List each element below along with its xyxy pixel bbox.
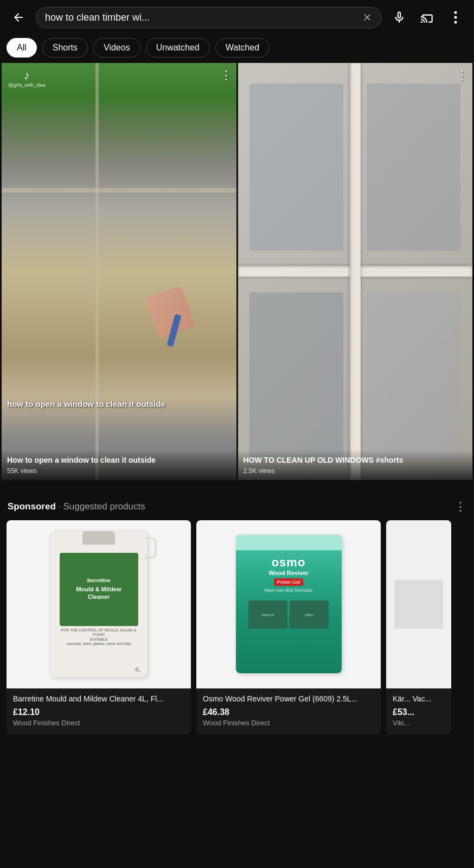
video-title-2: HOW TO CLEAN UP OLD WINDOWS #shorts <box>244 455 467 465</box>
product-title-2: Osmo Wood Reviver Power Gel (6609) 2.5L.… <box>203 694 374 705</box>
svg-point-2 <box>454 21 457 24</box>
bottle-illustration-1: Barrettine Mould & MildewCleaner FOR THE… <box>50 531 148 678</box>
product-price-3: £53... <box>393 707 445 717</box>
sponsored-more-button[interactable]: ⋮ <box>454 500 466 514</box>
after-box: after <box>290 601 329 629</box>
sponsored-label-area: Sponsored · Suggested products <box>8 501 145 512</box>
product-card-3-partial[interactable]: Kär... Vac... £53... Viki... <box>386 520 451 735</box>
osmo-sub-label: New non-drip formula! <box>244 588 334 593</box>
video-title-1: How to open a window to clean it outside <box>7 455 231 465</box>
sponsored-separator: · <box>58 501 61 512</box>
product-details-1: Barretine Mould and Mildew Cleaner 4L, F… <box>7 688 191 735</box>
filter-bar: All Shorts Videos Unwatched Watched <box>0 35 474 63</box>
svg-point-0 <box>454 11 457 14</box>
video-views-2: 2.5K views <box>244 467 467 475</box>
sponsored-label: Sponsored <box>8 501 56 512</box>
video-more-button-2[interactable]: ⋮ <box>456 68 468 82</box>
filter-chip-unwatched[interactable]: Unwatched <box>146 38 210 58</box>
video-thumbnail-1: ♪ @girls_with_idea ⋮ how to open a windo… <box>2 63 236 480</box>
video-info-1: How to open a window to clean it outside… <box>2 450 236 480</box>
osmo-badge-label: Power-Gel <box>274 578 304 586</box>
top-icons <box>387 5 467 29</box>
video-thumbnail-2: ⋮ HOW TO CLEAN UP OLD WINDOWS #shorts 2.… <box>238 63 473 480</box>
microphone-button[interactable] <box>387 5 411 29</box>
before-box: before <box>248 601 287 629</box>
sponsored-header: Sponsored · Suggested products ⋮ <box>0 495 474 520</box>
product-image-1: Barrettine Mould & MildewCleaner FOR THE… <box>7 520 191 688</box>
filter-chip-videos[interactable]: Videos <box>93 38 140 58</box>
product-details-3: Kär... Vac... £53... Viki... <box>386 688 451 735</box>
clear-button[interactable] <box>362 12 373 23</box>
video-card-2[interactable]: ⋮ HOW TO CLEAN UP OLD WINDOWS #shorts 2.… <box>238 63 473 480</box>
tiktok-badge: ♪ @girls_with_idea <box>8 69 46 88</box>
product-seller-3: Viki... <box>393 719 445 727</box>
search-box[interactable]: how to clean timber wi... <box>36 7 382 28</box>
product-seller-1: Wood Finishes Direct <box>13 719 184 727</box>
product-title-1: Barretine Mould and Mildew Cleaner 4L, F… <box>13 694 184 705</box>
filter-chip-watched[interactable]: Watched <box>215 38 270 58</box>
osmo-product-label: Wood Reviver <box>244 570 334 576</box>
video-card-1[interactable]: ♪ @girls_with_idea ⋮ how to open a windo… <box>2 63 236 480</box>
search-text: how to clean timber wi... <box>45 12 356 23</box>
product-image-3-partial <box>386 520 451 688</box>
svg-point-1 <box>454 16 457 19</box>
product-row: Barrettine Mould & MildewCleaner FOR THE… <box>0 520 474 735</box>
section-spacer <box>0 480 474 495</box>
product-card-2[interactable]: osmo Wood Reviver Power-Gel New non-drip… <box>196 520 381 735</box>
top-bar: how to clean timber wi... <box>0 0 474 35</box>
product-card-1[interactable]: Barrettine Mould & MildewCleaner FOR THE… <box>7 520 191 735</box>
before-after-images: before after <box>244 601 333 629</box>
bottom-area <box>0 735 474 767</box>
cast-button[interactable] <box>415 5 439 29</box>
video-info-2: HOW TO CLEAN UP OLD WINDOWS #shorts 2.5K… <box>238 450 473 480</box>
filter-chip-shorts[interactable]: Shorts <box>42 38 88 58</box>
product-seller-2: Wood Finishes Direct <box>203 719 374 727</box>
video-views-1: 55K views <box>7 467 231 475</box>
more-options-button[interactable] <box>444 5 467 29</box>
product-details-2: Osmo Wood Reviver Power Gel (6609) 2.5L.… <box>196 688 381 735</box>
filter-chip-all[interactable]: All <box>7 38 37 58</box>
back-button[interactable] <box>7 5 30 29</box>
sponsored-sub-label: Suggested products <box>63 501 145 512</box>
product-image-2: osmo Wood Reviver Power-Gel New non-drip… <box>196 520 381 688</box>
video-grid: ♪ @girls_with_idea ⋮ how to open a windo… <box>0 63 474 480</box>
product-price-2: £46.38 <box>203 707 374 717</box>
container-illustration-2: osmo Wood Reviver Power-Gel New non-drip… <box>236 535 342 673</box>
video-more-button-1[interactable]: ⋮ <box>220 68 232 82</box>
product-price-1: £12.10 <box>13 707 184 717</box>
product-title-3: Kär... Vac... <box>393 694 445 705</box>
video-middle-caption: how to open a window to clean it outside <box>7 399 231 410</box>
osmo-brand-label: osmo <box>244 556 334 570</box>
